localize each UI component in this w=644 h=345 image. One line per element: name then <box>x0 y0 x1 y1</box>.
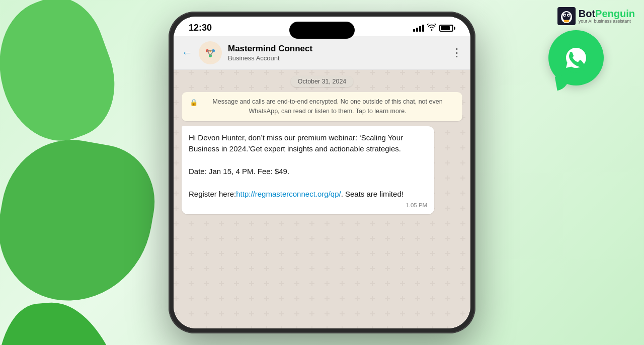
signal-bar-1 <box>413 29 415 32</box>
bg-blob-bottom-left <box>0 129 164 313</box>
wifi-icon <box>427 24 436 32</box>
svg-point-6 <box>568 15 570 16</box>
signal-bars-icon <box>413 25 424 32</box>
message-text-1: Hi Devon Hunter, don’t miss our premium … <box>189 133 403 153</box>
bg-blob-top-left <box>0 0 131 155</box>
botpenguin-text: BotPenguin your AI business assistant <box>579 8 635 24</box>
status-bar: 12:30 <box>174 17 470 36</box>
botpenguin-sub: your AI business assistant <box>579 19 635 24</box>
encryption-notice[interactable]: 🔒 Message and calls are end-to-end encry… <box>182 92 462 121</box>
svg-point-9 <box>201 44 219 62</box>
botpenguin-icon <box>557 7 576 25</box>
message-footer: 1.05 PM <box>189 202 427 208</box>
signal-bar-3 <box>419 26 421 32</box>
status-time: 12:30 <box>189 23 212 33</box>
svg-point-5 <box>564 15 566 16</box>
dynamic-island <box>289 22 355 39</box>
chat-body: October 31, 2024 🔒 Message and calls are… <box>174 70 470 328</box>
message-text-3: Register here: <box>189 190 236 198</box>
message-text: Hi Devon Hunter, don’t miss our premium … <box>189 132 427 200</box>
contact-status: Business Account <box>228 54 445 62</box>
battery-icon <box>439 25 455 32</box>
bot-text: Bot <box>579 8 595 19</box>
message-text-2: Date: Jan 15, 4 PM. Fee: $49. <box>189 167 289 176</box>
menu-button[interactable]: ⋮ <box>451 46 462 59</box>
contact-name: Mastermind Connect <box>228 44 445 54</box>
svg-point-2 <box>562 12 571 21</box>
encryption-text: Message and calls are end-to-end encrypt… <box>201 97 454 116</box>
message-link[interactable]: http://regmasterconnect.org/qp/ <box>236 190 341 198</box>
botpenguin-logo: BotPenguin your AI business assistant <box>557 7 635 25</box>
avatar-icon <box>201 44 219 62</box>
message-time: 1.05 PM <box>406 202 427 208</box>
contact-avatar <box>199 41 222 64</box>
message-text-4: . Seats are limited! <box>341 190 404 198</box>
date-label: October 31, 2024 <box>291 76 354 87</box>
signal-bar-2 <box>416 28 418 32</box>
penguin-text: Penguin <box>595 8 635 19</box>
chat-header: ← Mastermind Connect Business Accou <box>174 36 470 70</box>
message-bubble: Hi Devon Hunter, don’t miss our premium … <box>182 126 434 214</box>
whatsapp-bubble <box>548 30 604 85</box>
whatsapp-icon <box>561 43 591 73</box>
phone-frame: 12:30 <box>169 12 475 333</box>
signal-bar-4 <box>422 25 424 32</box>
phone-screen: 12:30 <box>174 17 470 328</box>
date-badge: October 31, 2024 <box>182 76 462 87</box>
back-button[interactable]: ← <box>182 46 193 59</box>
lock-icon: 🔒 <box>190 98 198 108</box>
contact-info: Mastermind Connect Business Account <box>228 44 445 61</box>
status-icons <box>413 24 455 32</box>
bg-blob-right <box>0 297 141 345</box>
